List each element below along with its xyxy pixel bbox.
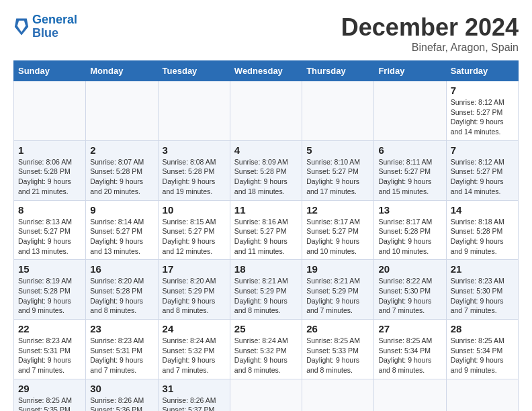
logo-icon: [13, 17, 30, 36]
day-info: Sunrise: 8:11 AMSunset: 5:27 PMDaylight:…: [378, 157, 441, 197]
calendar-cell: 3 Sunrise: 8:08 AMSunset: 5:28 PMDayligh…: [158, 140, 230, 200]
day-number: 23: [90, 323, 153, 334]
day-info: Sunrise: 8:26 AMSunset: 5:36 PMDaylight:…: [90, 396, 153, 411]
calendar-cell: 26 Sunrise: 8:25 AMSunset: 5:33 PMDaylig…: [302, 320, 374, 379]
calendar-cell: 24 Sunrise: 8:24 AMSunset: 5:32 PMDaylig…: [158, 320, 230, 379]
calendar-cell: 31 Sunrise: 8:26 AMSunset: 5:37 PMDaylig…: [158, 379, 230, 411]
day-info: Sunrise: 8:06 AMSunset: 5:28 PMDaylight:…: [18, 157, 81, 197]
calendar-cell: 14 Sunrise: 8:18 AMSunset: 5:28 PMDaylig…: [446, 200, 518, 260]
day-number: 31: [163, 383, 226, 394]
month-title: December 2024: [341, 13, 519, 42]
day-info: Sunrise: 8:10 AMSunset: 5:27 PMDaylight:…: [306, 157, 369, 197]
day-info: Sunrise: 8:26 AMSunset: 5:37 PMDaylight:…: [163, 396, 226, 411]
calendar-cell: 22 Sunrise: 8:23 AMSunset: 5:31 PMDaylig…: [14, 320, 86, 379]
calendar-cell: [302, 81, 374, 141]
day-info: Sunrise: 8:08 AMSunset: 5:28 PMDaylight:…: [163, 157, 226, 197]
day-number: 24: [163, 323, 226, 334]
day-info: Sunrise: 8:07 AMSunset: 5:28 PMDaylight:…: [90, 157, 153, 197]
col-header-tuesday: Tuesday: [158, 61, 230, 81]
col-header-friday: Friday: [374, 61, 446, 81]
calendar-cell: 19 Sunrise: 8:21 AMSunset: 5:29 PMDaylig…: [302, 260, 374, 320]
day-number: 17: [163, 263, 226, 275]
calendar-cell: [158, 81, 230, 141]
day-number: 21: [451, 263, 514, 275]
calendar-cell: 28 Sunrise: 8:25 AMSunset: 5:34 PMDaylig…: [446, 320, 518, 379]
day-info: Sunrise: 8:16 AMSunset: 5:27 PMDaylight:…: [234, 217, 298, 257]
calendar-cell: 11 Sunrise: 8:16 AMSunset: 5:27 PMDaylig…: [230, 200, 302, 260]
calendar-cell: 17 Sunrise: 8:20 AMSunset: 5:29 PMDaylig…: [158, 260, 230, 320]
location: Binefar, Aragon, Spain: [341, 42, 519, 54]
day-number: 28: [451, 323, 514, 334]
calendar-cell: 30 Sunrise: 8:26 AMSunset: 5:36 PMDaylig…: [86, 379, 158, 411]
calendar-cell: [86, 81, 158, 141]
day-number: 10: [163, 204, 226, 216]
day-number: 4: [234, 144, 298, 156]
calendar-cell: 8 Sunrise: 8:13 AMSunset: 5:27 PMDayligh…: [14, 200, 86, 260]
day-number: 3: [163, 144, 226, 156]
calendar-cell: 1 Sunrise: 8:06 AMSunset: 5:28 PMDayligh…: [14, 140, 86, 200]
day-info: Sunrise: 8:19 AMSunset: 5:28 PMDaylight:…: [18, 276, 81, 316]
day-info: Sunrise: 8:12 AMSunset: 5:27 PMDaylight:…: [451, 97, 514, 137]
calendar-cell: 4 Sunrise: 8:09 AMSunset: 5:28 PMDayligh…: [230, 140, 302, 200]
day-number: 6: [378, 144, 441, 156]
day-info: Sunrise: 8:17 AMSunset: 5:28 PMDaylight:…: [378, 217, 441, 257]
day-number: 15: [18, 263, 81, 275]
week-row: 22 Sunrise: 8:23 AMSunset: 5:31 PMDaylig…: [14, 320, 519, 379]
day-number: 5: [306, 144, 369, 156]
day-info: Sunrise: 8:23 AMSunset: 5:31 PMDaylight:…: [90, 336, 153, 375]
day-info: Sunrise: 8:09 AMSunset: 5:28 PMDaylight:…: [234, 157, 298, 197]
calendar-cell: 7 Sunrise: 8:12 AMSunset: 5:27 PMDayligh…: [446, 81, 518, 141]
day-number: 29: [18, 383, 81, 394]
col-header-saturday: Saturday: [446, 61, 518, 81]
calendar-cell: 23 Sunrise: 8:23 AMSunset: 5:31 PMDaylig…: [86, 320, 158, 379]
day-number: 8: [18, 204, 81, 216]
col-header-sunday: Sunday: [14, 61, 86, 81]
day-number: 11: [234, 204, 298, 216]
calendar-cell: [374, 379, 446, 411]
calendar-cell: 27 Sunrise: 8:25 AMSunset: 5:34 PMDaylig…: [374, 320, 446, 379]
day-number: 14: [451, 204, 514, 216]
title-block: December 2024 Binefar, Aragon, Spain: [341, 13, 519, 54]
day-number: 7: [451, 144, 514, 156]
week-row: 1 Sunrise: 8:06 AMSunset: 5:28 PMDayligh…: [14, 140, 519, 200]
day-info: Sunrise: 8:20 AMSunset: 5:28 PMDaylight:…: [90, 276, 153, 316]
calendar-table: SundayMondayTuesdayWednesdayThursdayFrid…: [13, 60, 519, 411]
day-info: Sunrise: 8:22 AMSunset: 5:30 PMDaylight:…: [378, 276, 441, 316]
calendar-cell: 29 Sunrise: 8:25 AMSunset: 5:35 PMDaylig…: [14, 379, 86, 411]
day-info: Sunrise: 8:13 AMSunset: 5:27 PMDaylight:…: [18, 217, 81, 257]
calendar-cell: [230, 81, 302, 141]
week-row: 29 Sunrise: 8:25 AMSunset: 5:35 PMDaylig…: [14, 379, 519, 411]
day-number: 9: [90, 204, 153, 216]
day-number: 26: [306, 323, 369, 334]
calendar-cell: [446, 379, 518, 411]
calendar-cell: [302, 379, 374, 411]
day-info: Sunrise: 8:25 AMSunset: 5:33 PMDaylight:…: [306, 336, 369, 375]
col-header-monday: Monday: [86, 61, 158, 81]
day-info: Sunrise: 8:24 AMSunset: 5:32 PMDaylight:…: [163, 336, 226, 375]
calendar-cell: 9 Sunrise: 8:14 AMSunset: 5:27 PMDayligh…: [86, 200, 158, 260]
day-number: 7: [451, 85, 514, 96]
day-number: 2: [90, 144, 153, 156]
day-info: Sunrise: 8:24 AMSunset: 5:32 PMDaylight:…: [234, 336, 298, 375]
day-info: Sunrise: 8:25 AMSunset: 5:34 PMDaylight:…: [378, 336, 441, 375]
day-number: 13: [378, 204, 441, 216]
day-number: 1: [18, 144, 81, 156]
calendar-cell: 15 Sunrise: 8:19 AMSunset: 5:28 PMDaylig…: [14, 260, 86, 320]
day-info: Sunrise: 8:21 AMSunset: 5:29 PMDaylight:…: [234, 276, 298, 316]
calendar-cell: 10 Sunrise: 8:15 AMSunset: 5:27 PMDaylig…: [158, 200, 230, 260]
day-number: 19: [306, 263, 369, 275]
week-row: 7 Sunrise: 8:12 AMSunset: 5:27 PMDayligh…: [14, 81, 519, 141]
day-info: Sunrise: 8:18 AMSunset: 5:28 PMDaylight:…: [451, 217, 514, 257]
day-number: 12: [306, 204, 369, 216]
calendar-cell: 21 Sunrise: 8:23 AMSunset: 5:30 PMDaylig…: [446, 260, 518, 320]
calendar-cell: 16 Sunrise: 8:20 AMSunset: 5:28 PMDaylig…: [86, 260, 158, 320]
day-info: Sunrise: 8:23 AMSunset: 5:31 PMDaylight:…: [18, 336, 81, 375]
day-info: Sunrise: 8:17 AMSunset: 5:27 PMDaylight:…: [306, 217, 369, 257]
col-header-thursday: Thursday: [302, 61, 374, 81]
day-number: 18: [234, 263, 298, 275]
day-number: 27: [378, 323, 441, 334]
calendar-cell: 25 Sunrise: 8:24 AMSunset: 5:32 PMDaylig…: [230, 320, 302, 379]
calendar-cell: 20 Sunrise: 8:22 AMSunset: 5:30 PMDaylig…: [374, 260, 446, 320]
day-info: Sunrise: 8:14 AMSunset: 5:27 PMDaylight:…: [90, 217, 153, 257]
calendar-cell: 5 Sunrise: 8:10 AMSunset: 5:27 PMDayligh…: [302, 140, 374, 200]
